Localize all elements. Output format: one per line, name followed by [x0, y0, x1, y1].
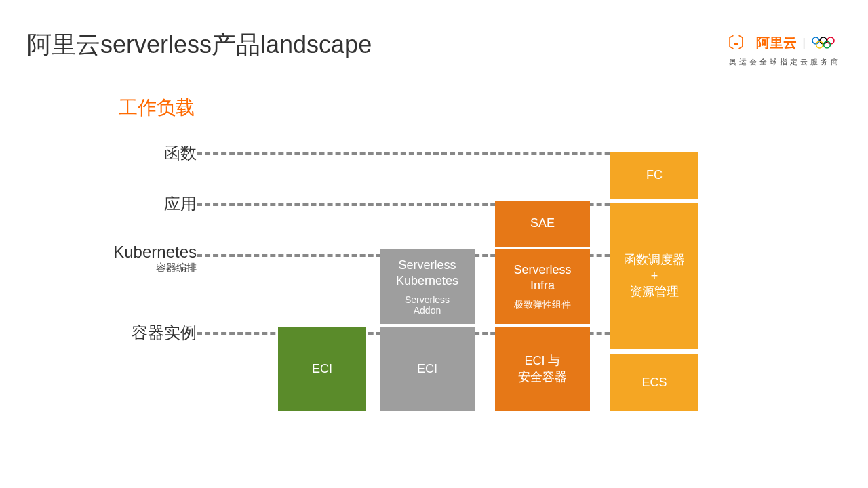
svg-point-0 [812, 37, 819, 44]
box-fc: FC [610, 152, 698, 199]
workload-label: 工作负载 [119, 95, 195, 121]
svg-point-4 [824, 41, 831, 48]
box-serverless-kubernetes: Serverless Kubernetes Serverless Addon [380, 249, 475, 324]
row-label-func: 函数 [75, 142, 197, 164]
slide: 阿里云serverless产品landscape 〔-〕 阿里云 | 奥运会全球… [0, 0, 868, 488]
alibaba-cloud-logo-icon: 〔-〕 [720, 33, 751, 53]
svg-point-1 [820, 37, 827, 44]
diagram: 函数 应用 Kubernetes 容器编排 容器实例 ECI Serverles… [75, 136, 698, 413]
brand-name: 阿里云 [756, 34, 797, 52]
page-title: 阿里云serverless产品landscape [27, 28, 372, 62]
brand-row: 〔-〕 阿里云 | [720, 33, 841, 53]
box-sae: SAE [495, 201, 590, 247]
box-ecs: ECS [610, 354, 698, 411]
box-eci-under-sk: ECI [380, 327, 475, 411]
brand-subtitle: 奥运会全球指定云服务商 [720, 57, 841, 67]
row-label-k8s: Kubernetes 容器编排 [75, 243, 197, 274]
box-scheduler-resource: 函数调度器 + 资源管理 [610, 203, 698, 349]
svg-point-2 [827, 37, 834, 44]
svg-point-3 [816, 41, 823, 48]
brand-block: 〔-〕 阿里云 | 奥运会全球指定云服务商 [720, 33, 841, 67]
brand-separator: | [802, 36, 806, 50]
box-eci-standalone: ECI [278, 327, 366, 411]
olympic-rings-icon [811, 36, 841, 49]
box-eci-secure: ECI 与 安全容器 [495, 327, 590, 411]
box-serverless-infra: Serverless Infra 极致弹性组件 [495, 249, 590, 324]
row-label-app: 应用 [75, 193, 197, 215]
row-label-ci: 容器实例 [75, 322, 197, 344]
